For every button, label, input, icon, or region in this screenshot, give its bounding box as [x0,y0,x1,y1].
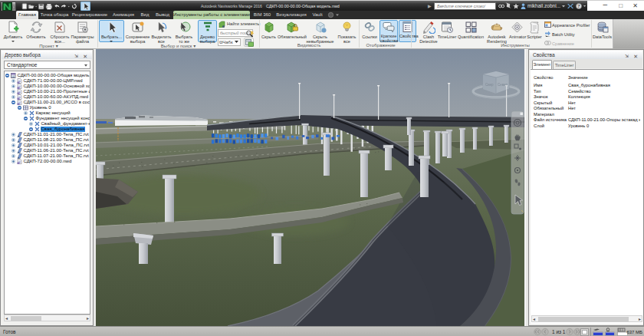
svg-text:mikhail.zobni...: mikhail.zobni... [527,3,560,8]
svg-text:1 из 1: 1 из 1 [552,329,566,334]
svg-text:Север: Север [498,83,508,87]
svg-text:?: ? [577,3,580,8]
svg-text:Свер: Свер [485,83,494,87]
